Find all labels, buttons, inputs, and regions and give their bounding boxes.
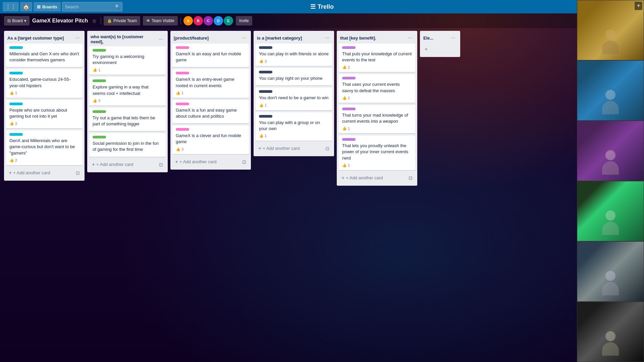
thumbs-up-icon: 👍: [259, 59, 264, 63]
video-tile-6[interactable]: [577, 302, 644, 362]
thumbs-up-icon: 👍: [259, 103, 264, 108]
video-tile-4[interactable]: [577, 181, 644, 241]
add-card-button-2[interactable]: + + Add another card ⊡: [89, 160, 166, 170]
card-play-group-own[interactable]: You can play with a group or on your own…: [256, 112, 332, 141]
card-footer: 👍 1: [259, 103, 329, 108]
card-curious-gaming[interactable]: People who are curious about gaming but …: [6, 100, 83, 128]
card-label-purple: [342, 138, 356, 141]
likes-count: 2: [15, 158, 17, 162]
likes-count: 2: [15, 122, 17, 126]
add-card-label: + Add another card: [346, 175, 383, 180]
card-millennials-genx[interactable]: Millennials and Gen X-ers who don't cons…: [6, 44, 83, 67]
column-5-menu-button[interactable]: ···: [407, 34, 414, 42]
star-button[interactable]: ☆: [91, 17, 98, 25]
card-text: Millennials and Gen X-ers who don't cons…: [9, 51, 79, 63]
plus-icon: +: [425, 46, 428, 52]
card-explore-gaming[interactable]: Explore gaming in a way that seems cool …: [89, 77, 166, 105]
private-team-button[interactable]: 🔒 Private Team: [104, 16, 140, 25]
thumbs-up-icon: 👍: [342, 65, 347, 69]
member-avatar-4[interactable]: D: [214, 16, 223, 25]
card-footer: 👍 2: [9, 158, 79, 163]
card-label-cyan: [9, 72, 23, 74]
card-genx-millennials-gamers[interactable]: GenX and Millennials who are game-curiou…: [6, 130, 83, 165]
column-5-header: that [key benefit]. ···: [337, 31, 417, 44]
card-play-phone[interactable]: You can play right on your phone: [256, 68, 332, 85]
card-label-navy: [259, 90, 272, 93]
card-knowledge-test[interactable]: That puts your knowledge of current even…: [339, 44, 415, 72]
board-title[interactable]: GameX Elevator Pitch: [32, 18, 88, 24]
card-text: Educated, game-curious 24-55-year-old hi…: [9, 76, 79, 88]
search-input[interactable]: [62, 2, 122, 11]
column-4-menu-button[interactable]: ···: [324, 34, 331, 42]
card-footer: 👍 3: [93, 99, 162, 103]
plus-icon: +: [258, 145, 261, 152]
grid-menu-button[interactable]: ⋮⋮: [3, 2, 19, 11]
card-text: That uses your current events savvy to d…: [342, 81, 412, 94]
boards-button[interactable]: ⊞ Boards: [34, 2, 61, 11]
video-tile-3[interactable]: [577, 121, 644, 181]
card-something-bigger[interactable]: Try out a game that lets them be part of…: [89, 108, 166, 131]
card-social-permission[interactable]: Social permission to join in the fun of …: [89, 133, 166, 157]
card-play-friends-alone[interactable]: You can play in with friends or alone 👍 …: [256, 44, 332, 66]
card-gamex-easy-fun[interactable]: GameX is an easy and fun mobile game: [172, 44, 249, 67]
card-gamex-clever[interactable]: GameX is a clever and fun mobile game 👍 …: [172, 125, 249, 154]
thumbs-up-icon: 👍: [176, 147, 180, 152]
card-label-navy: [259, 115, 272, 118]
plus-icon: +: [341, 175, 344, 181]
search-icon: 🔍: [115, 4, 120, 9]
top-navigation: ⋮⋮ 🏠 ⊞ Boards 🔍 ☰ Trello U: [0, 0, 644, 13]
column-3-header: [product/feature] ···: [170, 31, 251, 44]
column-3-menu-button[interactable]: ···: [240, 34, 248, 42]
member-avatar-3[interactable]: C: [204, 16, 213, 25]
card-try-gaming[interactable]: Try gaming in a welcoming environment 👍 …: [89, 46, 166, 75]
add-card-button-1[interactable]: + + Add another card ⊡: [5, 168, 83, 178]
video-tile-5[interactable]: [577, 241, 644, 302]
card-text: You can play right on your phone: [259, 75, 329, 81]
member-avatar-5[interactable]: E: [224, 16, 233, 25]
card-inner-nerd[interactable]: That lets you proudly unleash the power …: [339, 135, 415, 170]
likes-count: 3: [181, 147, 183, 151]
column-1-menu-button[interactable]: ···: [74, 34, 81, 42]
video-tile-1[interactable]: +: [577, 0, 644, 60]
card-gamex-entry-level[interactable]: GameX is an entry-level game rooted in c…: [172, 69, 249, 98]
card-likes: 👍 1: [342, 126, 350, 131]
card-label-cyan: [9, 46, 23, 49]
thumbs-up-icon: 👍: [9, 91, 14, 95]
member-avatar-2[interactable]: B: [194, 16, 203, 25]
team-visible-button[interactable]: 👁 Team Visible: [143, 16, 178, 25]
thumbs-up-icon: 👍: [93, 99, 97, 103]
column-customer-need: who want(s) to [customer need], ··· Try …: [87, 31, 168, 172]
invite-button[interactable]: Invite: [236, 16, 252, 25]
thumbs-up-icon: 👍: [93, 68, 97, 72]
member-avatar-1[interactable]: A: [183, 16, 193, 25]
board-menu-button[interactable]: ⊟ Board ▾: [4, 16, 30, 25]
card-likes: 👍 2: [342, 65, 350, 69]
card-gamex-culture-politics[interactable]: GameX is a fun and easy game about cultu…: [172, 100, 249, 123]
column-2-header: who want(s) to [customer need], ···: [87, 31, 168, 46]
column-6-menu-button[interactable]: ···: [450, 34, 457, 42]
card-text: That puts your knowledge of current even…: [342, 51, 412, 63]
card-text: You can play in with friends or alone: [259, 51, 329, 57]
likes-count: 1: [348, 127, 350, 131]
card-likes: 👍 1: [342, 163, 350, 168]
home-button[interactable]: 🏠: [20, 2, 32, 11]
header-separator: [101, 17, 101, 24]
add-card-button-4[interactable]: + + Add another card ⊡: [255, 143, 333, 154]
column-2-menu-button[interactable]: ···: [157, 36, 164, 43]
card-not-gamer-to-win[interactable]: You don't need to be a gamer to win 👍 1: [256, 87, 332, 110]
card-mad-knowledge-weapon[interactable]: That turns your mad knowledge of current…: [339, 105, 415, 133]
card-text: You can play with a group or on your own: [259, 120, 329, 132]
card-educated-hipsters[interactable]: Educated, game-curious 24-55-year-old hi…: [6, 69, 83, 98]
add-card-button-6[interactable]: +: [421, 44, 459, 54]
card-savvy-defeat[interactable]: That uses your current events savvy to d…: [339, 74, 415, 103]
board-header: ⊟ Board ▾ GameX Elevator Pitch ☆ 🔒 Priva…: [0, 13, 644, 28]
add-card-button-5[interactable]: + + Add another card ⊡: [338, 173, 416, 183]
add-card-button-3[interactable]: + + Add another card ⊡: [172, 157, 250, 167]
column-target-customer: As a [target customer type] ··· Millenni…: [4, 31, 85, 181]
card-footer: 👍 1: [342, 126, 412, 131]
card-text: People who are curious about gaming but …: [9, 107, 79, 119]
card-label-pink: [176, 46, 189, 49]
lock-icon: 🔒: [107, 18, 112, 23]
add-video-button-1[interactable]: +: [635, 2, 642, 10]
video-tile-2[interactable]: [577, 60, 644, 121]
